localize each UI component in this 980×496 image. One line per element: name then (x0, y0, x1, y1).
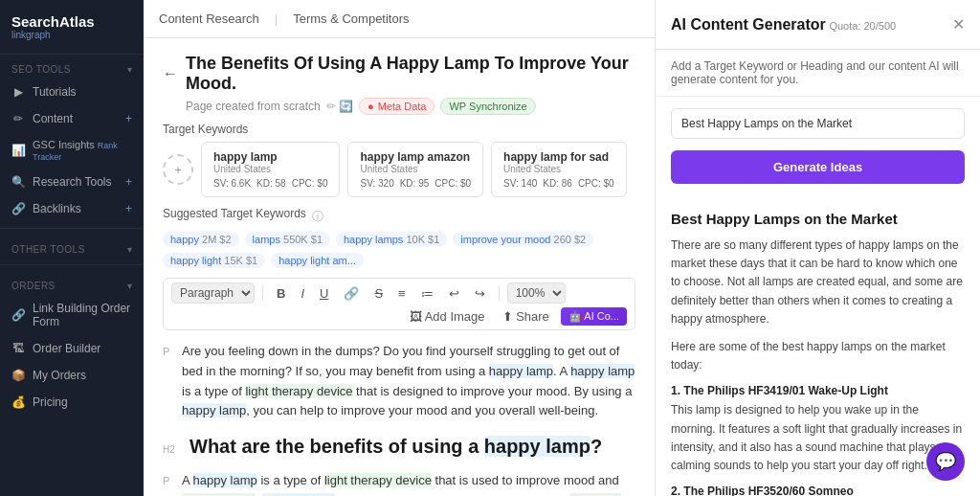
logo: SearchAtlas linkgraph (0, 0, 144, 55)
paragraph-select[interactable]: Paragraph (171, 282, 255, 304)
suggested-tag-5[interactable]: happy light am... (271, 253, 364, 268)
sidebar-item-order-builder[interactable]: 🏗 Order Builder (0, 335, 144, 362)
main-area: Content Research | Terms & Competitors ←… (144, 0, 655, 496)
chat-bubble-button[interactable]: 💬 (926, 442, 965, 481)
close-button[interactable]: ✕ (952, 15, 965, 34)
content-icon: ✏ (11, 112, 25, 125)
nav-terms-competitors[interactable]: Terms & Competitors (293, 11, 409, 26)
ai-keyword-input[interactable]: Best Happy Lamps on the Market (671, 108, 965, 139)
editor-body: P Are you feeling down in the dumps? Do … (163, 342, 635, 496)
link-building-icon: 🔗 (11, 308, 25, 322)
top-nav: Content Research | Terms & Competitors (144, 0, 655, 38)
editor-para-2: P A happy lamp is a type of light therap… (163, 471, 635, 496)
suggested-tags-row: happy 2M $2 lamps 550K $1 happy lamps 10… (163, 232, 635, 268)
suggested-label: Suggested Target Keywords (163, 207, 306, 220)
order-builder-icon: 🏗 (11, 342, 25, 355)
editor-toolbar: Paragraph B I U 🔗 S ≡ ≔ ↩ ↪ 100% 🖼 Add I… (163, 278, 635, 330)
ai-item-desc-0: This lamp is designed to help you wake u… (671, 401, 965, 475)
sidebar-item-link-building[interactable]: 🔗 Link Building Order Form (0, 295, 144, 335)
undo-button[interactable]: ↩ (443, 284, 465, 303)
keyword-card-1[interactable]: happy lamp amazon United States SV: 320 … (347, 142, 483, 197)
keywords-row: + happy lamp United States SV: 6.6K KD: … (163, 142, 635, 197)
bold-button[interactable]: B (271, 284, 291, 303)
section-label-orders: ORDERS ▾ (0, 271, 144, 295)
editor-area: ← The Benefits Of Using A Happy Lamp To … (144, 38, 655, 496)
editor-para-1: P Are you feeling down in the dumps? Do … (163, 342, 635, 421)
suggested-tag-4[interactable]: happy light 15K $1 (163, 253, 265, 268)
section-label-seo: SEO TOOLS ▾ (0, 55, 144, 79)
sidebar-item-pricing[interactable]: 💰 Pricing (0, 389, 144, 416)
suggested-tag-1[interactable]: lamps 550K $1 (245, 232, 330, 247)
keyword-card-0[interactable]: happy lamp United States SV: 6.6K KD: 58… (201, 142, 340, 197)
suggested-tag-2[interactable]: happy lamps 10K $1 (336, 232, 447, 247)
ai-intro-para-0: There are so many different types of hap… (671, 237, 965, 328)
sync-badge[interactable]: WP Synchronize (440, 98, 535, 115)
sidebar: SearchAtlas linkgraph SEO TOOLS ▾ ▶ Tuto… (0, 0, 144, 496)
editor-header: ← The Benefits Of Using A Happy Lamp To … (163, 54, 635, 94)
meta-badge[interactable]: ● Meta Data (359, 98, 434, 115)
pricing-icon: 💰 (11, 395, 25, 409)
sidebar-item-tutorials[interactable]: ▶ Tutorials (0, 79, 144, 105)
sidebar-item-backlinks[interactable]: 🔗 Backlinks + (0, 195, 144, 222)
target-keywords-label: Target Keywords (163, 123, 635, 136)
ai-intro-para-1: Here are some of the best happy lamps on… (671, 338, 965, 374)
ol-button[interactable]: ≔ (415, 284, 439, 303)
backlinks-icon: 🔗 (11, 202, 25, 215)
tutorials-icon: ▶ (11, 85, 25, 99)
editor-h2: H2 What are the benefits of using a happ… (163, 431, 635, 462)
back-button[interactable]: ← (163, 65, 178, 82)
sidebar-item-gsc[interactable]: 📊 GSC Insights Rank Tracker (0, 132, 144, 169)
gsc-icon: 📊 (11, 144, 25, 157)
sidebar-item-research[interactable]: 🔍 Research Tools + (0, 169, 144, 195)
add-image-button[interactable]: 🖼 Add Image (404, 307, 491, 326)
editor-subtitle: Page created from scratch ✏ 🔄 ● Meta Dat… (186, 98, 635, 115)
ai-panel: AI Content Generator Quota: 20/500 ✕ Add… (655, 0, 980, 496)
ul-button[interactable]: ≡ (392, 284, 412, 303)
underline-button[interactable]: U (314, 284, 334, 303)
ai-content-button[interactable]: 🤖 AI Co... (561, 307, 627, 326)
ai-item-title-1: 2. The Philips HF3520/60 Somneo (671, 485, 965, 496)
redo-button[interactable]: ↪ (469, 284, 491, 303)
ai-result-title: Best Happy Lamps on the Market (671, 211, 965, 227)
ai-panel-header: AI Content Generator Quota: 20/500 ✕ (656, 0, 980, 50)
research-icon: 🔍 (11, 175, 25, 189)
keyword-card-2[interactable]: happy lamp for sad United States SV: 140… (491, 142, 627, 197)
logo-subtitle: linkgraph (11, 30, 132, 40)
nav-content-research[interactable]: Content Research (159, 11, 259, 26)
ai-panel-quota: Quota: 20/500 (829, 20, 896, 32)
ai-item-title-0: 1. The Philips HF3419/01 Wake-Up Light (671, 384, 965, 397)
suggested-tag-3[interactable]: improve your mood 260 $2 (453, 232, 593, 247)
sidebar-item-my-orders[interactable]: 📦 My Orders (0, 362, 144, 389)
ai-panel-title: AI Content Generator (671, 16, 826, 33)
generate-ideas-button[interactable]: Generate Ideas (671, 150, 965, 184)
add-keyword-button[interactable]: + (163, 154, 193, 185)
link-button[interactable]: 🔗 (338, 284, 365, 303)
share-button[interactable]: ⬆ Share (497, 307, 555, 326)
ai-panel-desc: Add a Target Keyword or Heading and our … (656, 50, 980, 97)
editor-title: The Benefits Of Using A Happy Lamp To Im… (186, 54, 635, 94)
italic-button[interactable]: I (295, 284, 310, 303)
my-orders-icon: 📦 (11, 369, 25, 382)
sidebar-item-content[interactable]: ✏ Content + (0, 105, 144, 132)
zoom-select[interactable]: 100% (507, 282, 566, 304)
section-label-other: OTHER TOOLS ▾ (0, 235, 144, 259)
strikethrough-button[interactable]: S (368, 284, 389, 303)
logo-title: SearchAtlas (11, 13, 132, 30)
suggested-tag-0[interactable]: happy 2M $2 (163, 232, 239, 247)
